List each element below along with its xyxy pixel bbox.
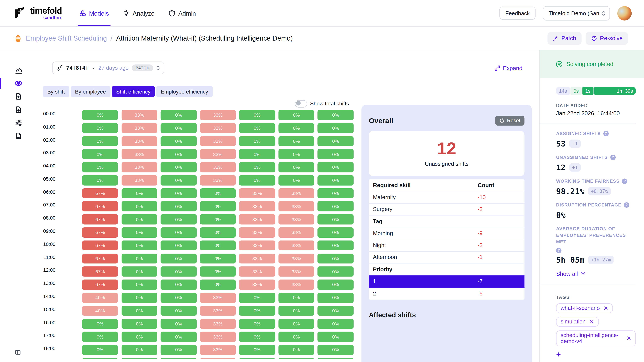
reset-button[interactable]: Reset — [496, 116, 524, 126]
workspace-selector[interactable]: Timefold Demo (San — [543, 6, 610, 20]
help-icon[interactable] — [624, 202, 629, 208]
tab-shift-efficiency[interactable]: Shift efficiency — [112, 86, 155, 97]
efficiency-cell[interactable]: 67% — [82, 267, 118, 277]
show-all-button[interactable]: Show all — [556, 270, 636, 277]
show-total-shifts-toggle[interactable] — [295, 100, 307, 107]
efficiency-cell[interactable]: 33% — [200, 149, 236, 159]
version-selector[interactable]: 74f8f4f - 27 days ago PATCH — [52, 61, 164, 74]
efficiency-cell[interactable]: 0% — [278, 358, 314, 359]
efficiency-cell[interactable]: 0% — [82, 319, 118, 329]
efficiency-cell[interactable]: 0% — [318, 267, 354, 277]
efficiency-cell[interactable]: 0% — [161, 345, 196, 355]
efficiency-cell[interactable]: 33% — [239, 188, 275, 198]
rail-item-settings[interactable] — [0, 116, 37, 129]
efficiency-cell[interactable]: 33% — [122, 136, 157, 146]
efficiency-cell[interactable]: 0% — [161, 253, 196, 264]
efficiency-cell[interactable]: 0% — [318, 149, 354, 159]
efficiency-cell[interactable]: 0% — [200, 241, 236, 251]
efficiency-cell[interactable]: 0% — [161, 280, 196, 290]
efficiency-cell[interactable]: 0% — [239, 175, 275, 185]
efficiency-cell[interactable]: 33% — [200, 306, 236, 316]
breadcrumb-model-link[interactable]: Employee Shift Scheduling — [26, 34, 107, 42]
efficiency-cell[interactable]: 33% — [278, 267, 314, 277]
efficiency-cell[interactable]: 0% — [161, 110, 196, 120]
efficiency-cell[interactable]: 67% — [82, 188, 118, 198]
efficiency-cell[interactable]: 0% — [82, 162, 118, 172]
efficiency-cell[interactable]: 33% — [239, 214, 275, 224]
nav-item-models[interactable]: Models — [79, 0, 109, 26]
efficiency-cell[interactable]: 0% — [122, 253, 157, 264]
efficiency-cell[interactable]: 0% — [278, 175, 314, 185]
efficiency-cell[interactable]: 33% — [200, 175, 236, 185]
efficiency-cell[interactable]: 33% — [239, 227, 275, 238]
efficiency-cell[interactable]: 0% — [318, 175, 354, 185]
overall-table-row[interactable]: 2-5 — [369, 288, 524, 300]
efficiency-cell[interactable]: 0% — [200, 280, 236, 290]
efficiency-cell[interactable]: 0% — [239, 293, 275, 303]
efficiency-cell[interactable]: 0% — [161, 227, 196, 238]
efficiency-cell[interactable]: 0% — [122, 345, 157, 355]
efficiency-cell[interactable]: 33% — [200, 136, 236, 146]
efficiency-cell[interactable]: 67% — [82, 214, 118, 224]
efficiency-cell[interactable]: 0% — [161, 358, 196, 359]
efficiency-cell[interactable]: 33% — [239, 280, 275, 290]
efficiency-cell[interactable]: 0% — [318, 110, 354, 120]
efficiency-cell[interactable]: 0% — [239, 136, 275, 146]
efficiency-cell[interactable]: 33% — [200, 162, 236, 172]
efficiency-cell[interactable]: 0% — [318, 345, 354, 355]
efficiency-cell[interactable]: 0% — [82, 149, 118, 159]
efficiency-cell[interactable]: 33% — [278, 227, 314, 238]
efficiency-cell[interactable]: 33% — [122, 110, 157, 120]
expand-button[interactable]: Expand — [494, 65, 522, 71]
efficiency-cell[interactable]: 0% — [278, 345, 314, 355]
efficiency-cell[interactable]: 0% — [161, 319, 196, 329]
efficiency-cell[interactable]: 0% — [161, 332, 196, 342]
efficiency-cell[interactable]: 0% — [239, 110, 275, 120]
feedback-button[interactable]: Feedback — [500, 6, 536, 19]
efficiency-cell[interactable]: 0% — [161, 306, 196, 316]
efficiency-cell[interactable]: 0% — [161, 162, 196, 172]
nav-item-analyze[interactable]: Analyze — [123, 0, 154, 26]
efficiency-cell[interactable]: 0% — [318, 123, 354, 133]
collapse-panel-icon[interactable] — [15, 349, 21, 356]
efficiency-cell[interactable]: 0% — [161, 214, 196, 224]
efficiency-cell[interactable]: 0% — [82, 175, 118, 185]
efficiency-cell[interactable]: 0% — [122, 214, 157, 224]
efficiency-cell[interactable]: 0% — [239, 345, 275, 355]
tab-employee-efficiency[interactable]: Employee efficiency — [156, 86, 213, 97]
remove-tag-button[interactable]: ✕ — [626, 335, 631, 342]
efficiency-cell[interactable]: 0% — [122, 267, 157, 277]
efficiency-cell[interactable]: 33% — [239, 253, 275, 264]
efficiency-cell[interactable]: 0% — [239, 162, 275, 172]
efficiency-cell[interactable]: 33% — [200, 345, 236, 355]
efficiency-cell[interactable]: 40% — [82, 293, 118, 303]
efficiency-cell[interactable]: 0% — [239, 149, 275, 159]
efficiency-cell[interactable]: 0% — [278, 306, 314, 316]
efficiency-cell[interactable]: 33% — [278, 214, 314, 224]
efficiency-cell[interactable]: 0% — [161, 175, 196, 185]
efficiency-cell[interactable]: 0% — [239, 306, 275, 316]
efficiency-cell[interactable]: 33% — [278, 280, 314, 290]
rail-item-upload[interactable] — [0, 90, 37, 103]
overall-table-row[interactable]: 1-7 — [369, 276, 524, 288]
efficiency-cell[interactable]: 0% — [161, 293, 196, 303]
efficiency-cell[interactable]: 0% — [161, 136, 196, 146]
efficiency-cell[interactable]: 0% — [318, 162, 354, 172]
efficiency-cell[interactable]: 0% — [82, 110, 118, 120]
efficiency-cell[interactable]: 0% — [318, 319, 354, 329]
efficiency-cell[interactable]: 0% — [161, 149, 196, 159]
efficiency-cell[interactable]: 33% — [278, 241, 314, 251]
overall-table-row[interactable]: Maternity-10 — [369, 191, 524, 203]
efficiency-cell[interactable]: 33% — [278, 188, 314, 198]
efficiency-cell[interactable]: 33% — [200, 332, 236, 342]
efficiency-cell[interactable]: 0% — [161, 188, 196, 198]
efficiency-cell[interactable]: 33% — [122, 123, 157, 133]
efficiency-cell[interactable]: 0% — [200, 253, 236, 264]
efficiency-cell[interactable]: 0% — [239, 332, 275, 342]
efficiency-cell[interactable]: 67% — [82, 227, 118, 238]
efficiency-cell[interactable]: 67% — [82, 201, 118, 211]
efficiency-cell[interactable]: 0% — [200, 201, 236, 211]
add-tag-button[interactable]: + — [556, 350, 564, 358]
efficiency-cell[interactable]: 0% — [278, 123, 314, 133]
efficiency-cell[interactable]: 33% — [239, 201, 275, 211]
